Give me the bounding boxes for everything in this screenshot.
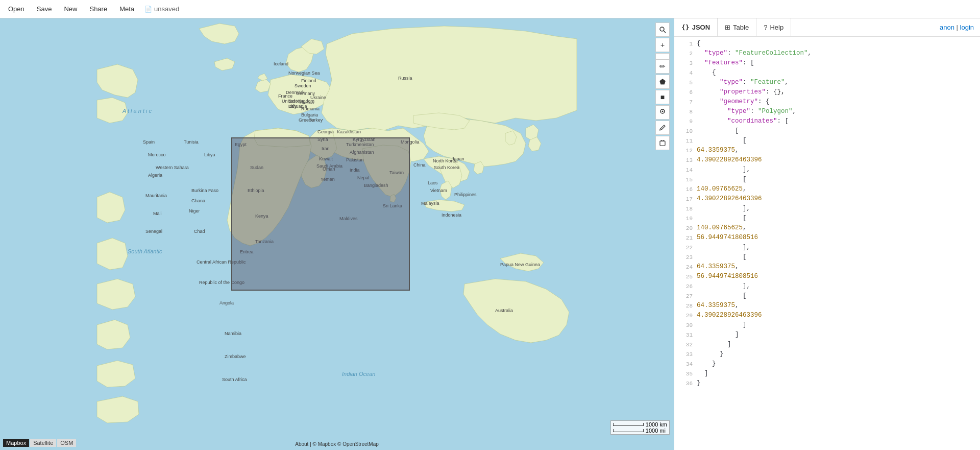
json-line: 5 "type": "Feature", [674,78,980,87]
line-content: ] [697,369,708,378]
draw-polygon-button[interactable]: ⬟ [655,75,670,89]
json-line: 8 "type": "Polygon", [674,107,980,116]
json-line: 134.390228926463396 [674,155,980,165]
line-number: 35 [676,369,693,378]
json-line: 6 "properties": {}, [674,87,980,97]
line-number: 33 [676,349,693,359]
line-content: ], [697,165,750,175]
json-line: 36} [674,378,980,388]
layer-selector: Mapbox Satellite OSM [3,439,76,447]
table-tab-label: Table [733,23,749,31]
json-line: 18 ], [674,204,980,214]
json-line: 16140.09765625, [674,184,980,194]
line-content: [ [697,214,747,223]
line-content: "features": [ [697,58,754,68]
attribution: About | © Mapbox © OpenStreetMap [295,441,379,447]
layer-osm-button[interactable]: OSM [57,439,76,447]
line-number: 21 [676,233,693,243]
json-line: 174.390228926463396 [674,194,980,204]
json-line: 27 [ [674,291,980,301]
tab-table[interactable]: ⊞ Table [718,18,756,36]
line-number: 4 [676,68,693,78]
help-icon: ? [764,23,767,31]
line-number: 8 [676,107,693,116]
json-line: 2464.3359375, [674,262,980,272]
open-button[interactable]: Open [6,4,27,14]
line-number: 10 [676,126,693,136]
line-number: 5 [676,78,693,87]
line-content: [ [697,175,747,184]
scale-km-label: 1000 km [646,421,667,428]
line-number: 6 [676,87,693,97]
line-number: 36 [676,378,693,388]
line-content: [ [697,136,747,146]
line-number: 27 [676,291,693,301]
json-line: 31 ] [674,330,980,340]
json-line: 7 "geometry": { [674,97,980,107]
attribution-about[interactable]: About [295,441,308,447]
json-editor[interactable]: 1{2 "type": "FeatureCollection",3 "featu… [674,37,980,450]
tab-json[interactable]: {} JSON [674,18,718,36]
json-line: 2 "type": "FeatureCollection", [674,49,980,58]
line-number: 32 [676,340,693,349]
svg-rect-5 [660,141,665,146]
layer-mapbox-button[interactable]: Mapbox [3,439,29,447]
json-line: 2156.9449741808516 [674,233,980,243]
line-content: "coordinates": [ [697,116,789,126]
layer-satellite-button[interactable]: Satellite [30,439,56,447]
line-content: [ [697,291,747,301]
json-line: 26 ], [674,281,980,291]
json-line: 32 ] [674,340,980,349]
json-line: 23 [ [674,252,980,262]
json-line: 294.390228926463396 [674,311,980,320]
meta-button[interactable]: Meta [117,4,136,14]
line-content: } [697,359,716,369]
zoom-in-button[interactable]: + [655,38,670,52]
pin-icon [659,109,666,116]
line-number: 15 [676,175,693,184]
anon-link[interactable]: anon [940,23,954,31]
map-container[interactable]: Russia South Atlantic Indian Ocean Moroc… [0,18,674,450]
line-content: 64.3359375, [697,146,739,155]
unsaved-indicator: 📄 unsaved [144,5,179,13]
line-number: 2 [676,49,693,58]
line-content: ], [697,281,750,291]
line-content: [ [697,252,747,262]
draw-tools: ✏ ⬟ ■ [655,59,670,150]
json-line: 1{ [674,39,980,49]
new-button[interactable]: New [62,4,79,14]
edit-icon [659,124,666,131]
json-line: 3 "features": [ [674,58,980,68]
line-number: 25 [676,272,693,281]
save-button[interactable]: Save [35,4,54,14]
draw-pin-button[interactable] [655,105,670,120]
search-icon [659,26,666,33]
json-line: 2556.9449741808516 [674,272,980,281]
draw-pencil-button[interactable]: ✏ [655,59,670,74]
search-map-button[interactable] [655,22,670,37]
draw-square-button[interactable]: ■ [655,90,670,104]
unsaved-label: unsaved [154,5,179,13]
line-content: 4.390228926463396 [697,194,762,204]
json-line: 2864.3359375, [674,301,980,311]
line-content: ], [697,204,750,214]
line-number: 9 [676,116,693,126]
line-content: ] [697,340,731,349]
draw-edit-button[interactable] [655,121,670,135]
toolbar: Open Save New Share Meta 📄 unsaved [0,0,980,18]
draw-delete-button[interactable] [655,136,670,150]
line-content: 4.390228926463396 [697,155,762,165]
line-number: 14 [676,165,693,175]
json-line: 33 } [674,349,980,359]
line-content: 140.09765625, [697,223,747,233]
share-button[interactable]: Share [87,4,109,14]
line-number: 16 [676,184,693,194]
line-content: 4.390228926463396 [697,311,762,320]
line-number: 22 [676,243,693,252]
tab-help[interactable]: ? Help [756,18,791,36]
line-content: "properties": {}, [697,87,785,97]
json-line: 19 [ [674,214,980,223]
login-link[interactable]: login [960,23,974,31]
line-number: 24 [676,262,693,272]
line-content: { [697,68,716,78]
